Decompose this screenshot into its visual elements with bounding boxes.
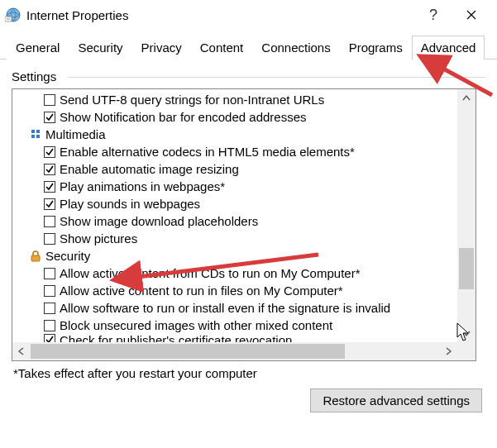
setting-label: Enable alternative codecs in HTML5 media…	[60, 145, 355, 159]
scroll-right-icon[interactable]	[439, 342, 457, 360]
tab-security[interactable]: Security	[69, 36, 131, 60]
tab-content[interactable]: Content	[191, 36, 253, 60]
setting-checkbox[interactable]: Allow active content from CDs to run on …	[17, 265, 456, 282]
checkbox-icon[interactable]	[44, 303, 55, 314]
horizontal-scroll-thumb[interactable]	[31, 344, 345, 359]
vertical-scroll-thumb[interactable]	[459, 248, 474, 289]
scroll-down-icon[interactable]	[457, 324, 475, 342]
scroll-left-icon[interactable]	[12, 342, 31, 360]
tab-privacy[interactable]: Privacy	[132, 36, 191, 60]
setting-checkbox[interactable]: Play animations in webpages*	[17, 178, 456, 195]
setting-checkbox[interactable]: Send UTF-8 query strings for non-Intrane…	[17, 91, 456, 108]
tab-general[interactable]: General	[7, 36, 69, 60]
horizontal-scroll-track[interactable]	[31, 342, 439, 360]
setting-label: Play sounds in webpages	[60, 197, 200, 211]
setting-label: Block unsecured images with other mixed …	[60, 318, 332, 332]
setting-label: Allow software to run or install even if…	[60, 301, 390, 315]
setting-label: Send UTF-8 query strings for non-Intrane…	[60, 93, 324, 107]
window-title: Internet Properties	[26, 8, 414, 22]
vertical-scrollbar[interactable]	[457, 89, 475, 342]
multimedia-icon	[29, 128, 42, 141]
setting-checkbox[interactable]: Play sounds in webpages	[17, 195, 456, 212]
restore-advanced-settings-button[interactable]: Restore advanced settings	[310, 388, 482, 412]
setting-checkbox[interactable]: Allow software to run or install even if…	[17, 299, 456, 317]
setting-checkbox[interactable]: Show image download placeholders	[17, 212, 456, 230]
category-label: Multimedia	[45, 127, 106, 141]
setting-checkbox[interactable]: Block unsecured images with other mixed …	[17, 317, 456, 334]
help-button[interactable]: ?	[414, 2, 452, 27]
setting-label: Allow active content to run in files on …	[60, 284, 343, 298]
scroll-up-icon[interactable]	[457, 89, 475, 107]
checkbox-icon[interactable]	[44, 198, 55, 210]
setting-checkbox[interactable]: Enable alternative codecs in HTML5 media…	[17, 143, 456, 160]
checkbox-icon[interactable]	[44, 112, 55, 123]
checkbox-icon[interactable]	[44, 164, 55, 175]
checkbox-icon[interactable]	[44, 233, 55, 245]
setting-label: Show pictures	[60, 231, 137, 245]
close-button[interactable]	[452, 2, 490, 27]
setting-checkbox[interactable]: Show Notification bar for encoded addres…	[17, 108, 456, 126]
setting-label: Check for publisher's certificate revoca…	[60, 334, 292, 342]
setting-label: Play animations in webpages*	[60, 179, 225, 193]
setting-label: Show image download placeholders	[60, 214, 258, 228]
svg-rect-6	[31, 135, 35, 138]
svg-rect-8	[31, 255, 40, 261]
vertical-scroll-track[interactable]	[457, 107, 475, 324]
security-icon	[29, 250, 42, 263]
restart-footnote: *Takes effect after you restart your com…	[13, 366, 485, 380]
horizontal-scrollbar[interactable]	[12, 342, 457, 360]
setting-checkbox[interactable]: Show pictures	[17, 230, 456, 247]
svg-rect-7	[36, 135, 40, 138]
tab-programs[interactable]: Programs	[340, 36, 412, 60]
checkbox-icon[interactable]	[44, 334, 55, 342]
setting-label: Show Notification bar for encoded addres…	[60, 110, 307, 124]
category-multimedia: Multimedia	[17, 126, 456, 143]
category-security: Security	[17, 247, 456, 265]
checkbox-icon[interactable]	[44, 268, 55, 279]
svg-rect-5	[36, 130, 40, 133]
tab-strip: General Security Privacy Content Connect…	[0, 30, 497, 60]
settings-group-label: Settings	[12, 69, 485, 83]
setting-label: Allow active content from CDs to run on …	[60, 266, 360, 280]
settings-listbox: Send UTF-8 query strings for non-Intrane…	[12, 88, 476, 361]
scroll-corner	[457, 342, 475, 360]
internet-options-icon	[5, 7, 22, 23]
setting-checkbox[interactable]: Allow active content to run in files on …	[17, 282, 456, 299]
checkbox-icon[interactable]	[44, 181, 55, 193]
checkbox-icon[interactable]	[44, 94, 55, 106]
setting-checkbox[interactable]: Enable automatic image resizing	[17, 160, 456, 178]
setting-label: Enable automatic image resizing	[60, 162, 239, 176]
tab-advanced[interactable]: Advanced	[412, 36, 485, 60]
checkbox-icon[interactable]	[44, 320, 55, 331]
setting-checkbox[interactable]: Check for publisher's certificate revoca…	[17, 334, 456, 342]
checkbox-icon[interactable]	[44, 216, 55, 227]
svg-rect-1	[5, 17, 12, 21]
tab-connections[interactable]: Connections	[252, 36, 339, 60]
category-label: Security	[45, 249, 90, 263]
checkbox-icon[interactable]	[44, 146, 55, 158]
svg-rect-4	[31, 130, 35, 133]
checkbox-icon[interactable]	[44, 285, 55, 297]
